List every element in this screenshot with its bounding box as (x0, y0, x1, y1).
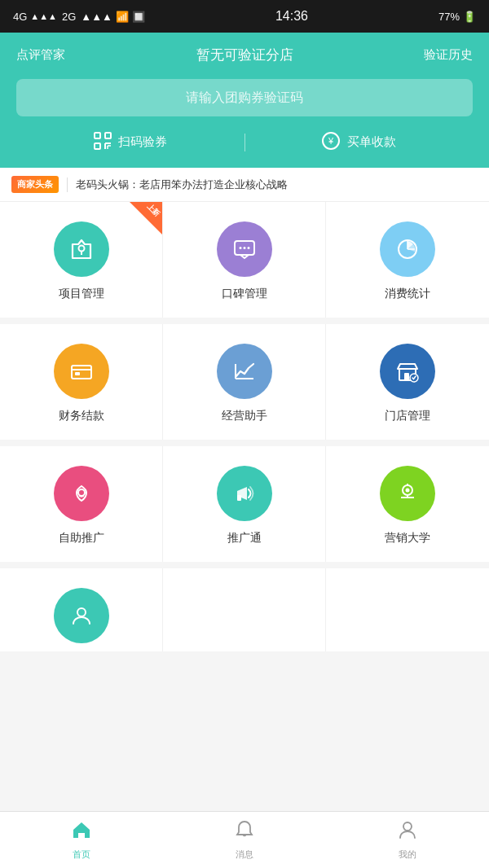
grid-row-3: 自助推广 推广通 (0, 446, 489, 562)
nav-home-label: 首页 (73, 848, 90, 861)
status-signal: 4G ▲▲▲ 2G ▲▲▲ 📶 🔲 (13, 11, 145, 23)
svg-point-13 (243, 247, 245, 249)
svg-rect-2 (95, 143, 100, 149)
grid-row-partial (0, 568, 489, 651)
home-icon (71, 819, 92, 845)
nav-mine-label: 我的 (399, 848, 416, 861)
news-banner: 商家头条 老码头火锅：老店用笨办法打造企业核心战略 (0, 168, 489, 202)
svg-point-14 (247, 247, 249, 249)
finance-label: 财务结款 (59, 409, 104, 423)
svg-text:¥: ¥ (328, 136, 334, 146)
store-label: 门店管理 (385, 409, 430, 423)
svg-point-34 (403, 822, 412, 831)
scan-label: 扫码验券 (118, 134, 167, 150)
grid-cell-stats[interactable]: 消费统计 (326, 202, 489, 318)
status-time: 14:36 (275, 9, 308, 24)
store-icon-wrap (380, 344, 435, 399)
partial-icon-1 (54, 588, 109, 643)
grid-cell-partial-3 (326, 568, 489, 651)
svg-rect-18 (72, 366, 91, 379)
finance-icon-wrap (54, 344, 109, 399)
svg-rect-1 (105, 133, 111, 138)
grid-cell-store[interactable]: 门店管理 (326, 324, 489, 440)
grid-cell-marketing[interactable]: 营销大学 (326, 446, 489, 562)
promo2-label: 推广通 (227, 531, 262, 546)
svg-rect-25 (404, 373, 409, 380)
grid-row-1: 上新 项目管理 口碑管理 (0, 202, 489, 318)
svg-rect-27 (237, 495, 241, 501)
grid-container: 上新 项目管理 口碑管理 (0, 202, 489, 651)
search-box (16, 79, 473, 116)
assist-label: 经营助手 (222, 409, 267, 423)
marketing-icon-wrap (380, 466, 435, 521)
promo2-icon-wrap (217, 466, 272, 521)
header-right-label[interactable]: 验证历史 (424, 47, 473, 63)
status-battery: 77% 🔋 (438, 11, 476, 23)
header: 点评管家 暂无可验证分店 验证历史 扫码验券 (0, 33, 489, 168)
svg-point-33 (77, 608, 86, 616)
grid-cell-assist[interactable]: 经营助手 (163, 324, 326, 440)
grid-cell-partial-2 (163, 568, 326, 651)
promote-icon-wrap (54, 466, 109, 521)
nav-home[interactable]: 首页 (0, 819, 163, 861)
news-tag: 商家头条 (11, 176, 59, 193)
svg-rect-0 (95, 133, 100, 138)
svg-point-12 (239, 247, 241, 249)
scan-icon (94, 132, 112, 152)
project-icon-wrap (54, 221, 109, 277)
marketing-label: 营销大学 (385, 531, 430, 546)
reputation-icon-wrap (217, 221, 272, 277)
promote-label: 自助推广 (59, 531, 104, 546)
user-icon (397, 819, 418, 845)
grid-cell-promo2[interactable]: 推广通 (163, 446, 326, 562)
reputation-label: 口碑管理 (222, 287, 267, 301)
svg-point-32 (406, 489, 410, 493)
assist-icon-wrap (217, 344, 272, 399)
svg-rect-20 (75, 372, 80, 375)
bell-icon (234, 819, 255, 845)
search-input[interactable] (33, 90, 456, 105)
pay-label: 买单收款 (347, 134, 396, 150)
header-nav: 点评管家 暂无可验证分店 验证历史 (16, 46, 473, 64)
header-left-label[interactable]: 点评管家 (16, 47, 65, 63)
stats-icon-wrap (380, 221, 435, 277)
action-row: 扫码验券 ¥ 买单收款 (16, 131, 473, 168)
grid-cell-finance[interactable]: 财务结款 (0, 324, 163, 440)
svg-point-9 (78, 246, 84, 252)
grid-cell-partial-1[interactable] (0, 568, 163, 651)
stats-label: 消费统计 (385, 287, 430, 301)
project-label: 项目管理 (59, 287, 104, 301)
bottom-nav: 首页 消息 我的 (0, 811, 489, 868)
nav-message-label: 消息 (236, 848, 253, 861)
scan-btn[interactable]: 扫码验券 (16, 132, 244, 152)
nav-mine[interactable]: 我的 (326, 819, 489, 861)
header-center-label: 暂无可验证分店 (196, 46, 293, 64)
battery-icon: 🔋 (463, 11, 476, 23)
grid-cell-reputation[interactable]: 口碑管理 (163, 202, 326, 318)
nav-message[interactable]: 消息 (163, 819, 326, 861)
pay-icon: ¥ (321, 131, 341, 153)
svg-point-26 (78, 489, 85, 496)
pay-btn[interactable]: ¥ 买单收款 (245, 131, 474, 153)
grid-row-2: 财务结款 经营助手 (0, 324, 489, 440)
grid-cell-promote[interactable]: 自助推广 (0, 446, 163, 562)
status-bar: 4G ▲▲▲ 2G ▲▲▲ 📶 🔲 14:36 77% 🔋 (0, 0, 489, 33)
news-text[interactable]: 老码头火锅：老店用笨办法打造企业核心战略 (76, 178, 288, 192)
wifi-icon: 🔲 (132, 11, 145, 23)
grid-cell-project[interactable]: 上新 项目管理 (0, 202, 163, 318)
